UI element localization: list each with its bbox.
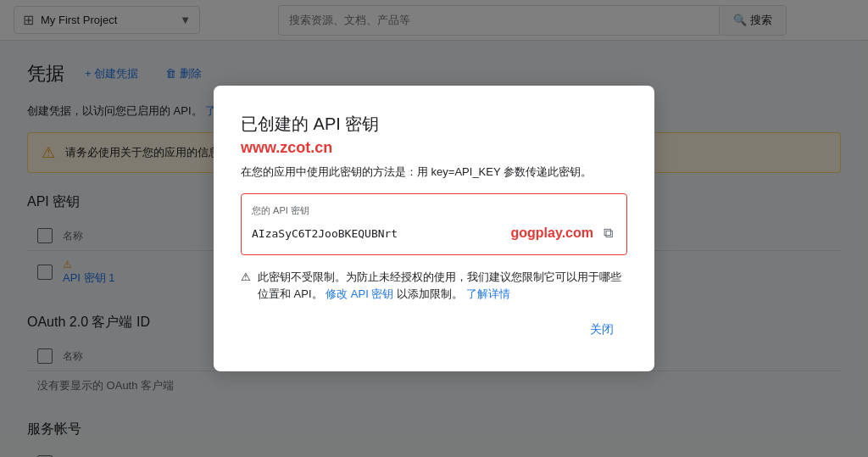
- dialog-watermark: www.zcot.cn: [241, 139, 627, 157]
- modify-api-key-link[interactable]: 修改 API 密钥: [326, 287, 393, 300]
- api-key-row: AIzaSyC6T2JooBKEQUBNrt gogplay.com ⧉: [252, 222, 616, 244]
- dialog-warning-icon: ⚠: [241, 269, 251, 286]
- dialog-warning: ⚠ 此密钥不受限制。为防止未经授权的使用，我们建议您限制它可以用于哪些位置和 A…: [241, 269, 627, 302]
- dialog-footer: 关闭: [241, 315, 627, 344]
- api-key-dialog: 已创建的 API 密钥 www.zcot.cn 在您的应用中使用此密钥的方法是：…: [214, 86, 654, 372]
- api-key-label: 您的 API 密钥: [252, 204, 616, 217]
- dialog-overlay: 已创建的 API 密钥 www.zcot.cn 在您的应用中使用此密钥的方法是：…: [0, 0, 868, 457]
- api-key-value: AIzaSyC6T2JooBKEQUBNrt: [252, 227, 504, 240]
- dialog-learn-more-link[interactable]: 了解详情: [466, 287, 510, 300]
- api-key-box: 您的 API 密钥 AIzaSyC6T2JooBKEQUBNrt gogplay…: [241, 193, 627, 255]
- close-dialog-button[interactable]: 关闭: [576, 315, 627, 344]
- dialog-description: 在您的应用中使用此密钥的方法是：用 key=API_KEY 参数传递此密钥。: [241, 164, 627, 181]
- api-key-watermark-text: gogplay.com: [511, 226, 594, 241]
- copy-api-key-button[interactable]: ⧉: [600, 222, 616, 244]
- modify-suffix: 以添加限制。: [397, 287, 463, 300]
- dialog-title: 已创建的 API 密钥: [241, 113, 627, 136]
